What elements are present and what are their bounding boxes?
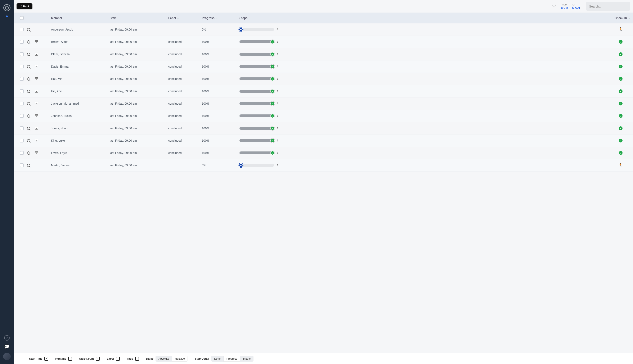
done-icon xyxy=(270,64,275,68)
search-icon[interactable] xyxy=(27,78,30,80)
search-icon[interactable] xyxy=(27,127,30,130)
table-row[interactable]: Johnson, Lucaslast Friday, 09:00 amconcl… xyxy=(14,110,633,122)
checkin-done-icon: ✓ xyxy=(619,65,622,68)
table-row[interactable]: Hall, Mialast Friday, 09:00 amconcluded1… xyxy=(14,73,633,85)
sort-icon[interactable]: ↑↓ xyxy=(249,17,251,19)
date-range[interactable]: FROM30 Jul TO30 Aug xyxy=(560,4,580,9)
runtime-checkbox[interactable] xyxy=(68,357,72,361)
sort-icon[interactable]: ↑↓ xyxy=(118,18,120,19)
progress-cell: 100% xyxy=(202,65,239,68)
back-button[interactable]: 〈Back xyxy=(17,3,33,10)
archive-icon[interactable] xyxy=(35,40,38,43)
row-checkbox[interactable] xyxy=(20,114,24,118)
start-cell: last Friday, 09:00 am xyxy=(110,28,168,31)
checkin-done-icon: ✓ xyxy=(619,114,622,118)
start-time-checkbox[interactable]: ✓ xyxy=(44,357,48,361)
search-icon[interactable] xyxy=(27,114,30,118)
table-row[interactable]: Jones, Noahlast Friday, 09:00 amconclude… xyxy=(14,122,633,134)
table-row[interactable]: Lewis, Laylalast Friday, 09:00 amconclud… xyxy=(14,147,633,159)
search-icon[interactable] xyxy=(27,102,30,105)
search-icon[interactable] xyxy=(27,164,30,167)
col-label[interactable]: Label xyxy=(168,16,176,20)
done-icon xyxy=(270,40,275,44)
table-header: Member↑↓ Start↑↓ Label↑↓ Progress↑↓ Step… xyxy=(14,12,633,24)
table-row[interactable]: King, Lukelast Friday, 09:00 amconcluded… xyxy=(14,134,633,147)
archive-icon[interactable] xyxy=(35,152,38,154)
col-steps[interactable]: Steps xyxy=(239,16,247,20)
step-count-checkbox[interactable]: ✓ xyxy=(96,357,100,361)
row-checkbox[interactable] xyxy=(20,164,24,167)
table-row[interactable]: Martin, Jameslast Friday, 09:00 am0%1🏃 xyxy=(14,159,633,172)
running-step-icon xyxy=(239,28,243,32)
step-detail-progress[interactable]: Progress xyxy=(224,356,240,362)
table-row[interactable]: Jackson, Muhammadlast Friday, 09:00 amco… xyxy=(14,98,633,110)
search-icon[interactable] xyxy=(27,65,30,68)
table-row[interactable]: Davis, Emmalast Friday, 09:00 amconclude… xyxy=(14,60,633,73)
help-icon[interactable]: ? xyxy=(4,335,10,340)
label-cell: concluded xyxy=(168,151,202,154)
col-progress[interactable]: Progress xyxy=(202,16,215,20)
search-icon[interactable] xyxy=(27,139,30,142)
step-bar xyxy=(239,114,274,117)
sort-icon[interactable]: ↑↓ xyxy=(177,18,179,19)
chat-icon[interactable]: 💬 xyxy=(4,344,10,349)
archive-icon[interactable] xyxy=(35,139,38,142)
step-count: 1 xyxy=(277,40,278,43)
step-detail-inputs[interactable]: Inputs xyxy=(240,356,254,362)
archive-icon[interactable] xyxy=(35,65,38,68)
checkin-done-icon: ✓ xyxy=(619,151,622,155)
archive-icon[interactable] xyxy=(35,127,38,130)
row-checkbox[interactable] xyxy=(20,77,24,81)
row-checkbox[interactable] xyxy=(20,28,24,32)
search-input[interactable] xyxy=(586,2,630,11)
table-row[interactable]: Anderson, Jacoblast Friday, 09:00 am0%1🏃 xyxy=(14,24,633,36)
label-cell: concluded xyxy=(168,90,202,93)
label-checkbox[interactable]: ✓ xyxy=(116,357,120,361)
table-row[interactable]: Clark, Isabellalast Friday, 09:00 amconc… xyxy=(14,48,633,60)
dates-absolute[interactable]: Absolute xyxy=(156,356,172,362)
app-logo[interactable] xyxy=(3,4,11,11)
progress-cell: 0% xyxy=(202,28,239,31)
step-bar xyxy=(239,40,274,43)
tags-checkbox[interactable] xyxy=(135,357,139,361)
row-checkbox[interactable] xyxy=(20,52,24,56)
col-start[interactable]: Start xyxy=(110,16,116,20)
row-checkbox[interactable] xyxy=(20,89,24,93)
select-all-checkbox[interactable] xyxy=(20,16,24,20)
dates-relative[interactable]: Relative xyxy=(172,356,188,362)
archive-icon[interactable] xyxy=(35,102,38,105)
step-bar xyxy=(239,53,274,56)
step-detail-label: Step-Detail xyxy=(195,357,209,360)
search-icon[interactable] xyxy=(27,53,30,56)
sort-icon[interactable]: ↑↓ xyxy=(216,18,218,19)
row-checkbox[interactable] xyxy=(20,151,24,155)
table-row[interactable]: Brown, Aidenlast Friday, 09:00 amconclud… xyxy=(14,36,633,48)
opt-runtime: Runtime xyxy=(55,357,66,360)
sort-icon[interactable]: ↑↓ xyxy=(64,18,66,19)
activity-icon[interactable]: 〰 xyxy=(552,4,556,8)
from-label: FROM xyxy=(560,4,568,6)
sort-icon[interactable]: ↑↓ xyxy=(628,18,630,19)
search-icon[interactable] xyxy=(27,40,30,44)
row-checkbox[interactable] xyxy=(20,126,24,130)
row-checkbox[interactable] xyxy=(20,139,24,142)
archive-icon[interactable] xyxy=(35,78,38,80)
user-avatar[interactable] xyxy=(3,353,11,360)
col-checkin[interactable]: Check-In xyxy=(614,16,627,20)
checkin-done-icon: ✓ xyxy=(619,89,622,93)
row-checkbox[interactable] xyxy=(20,40,24,44)
archive-icon[interactable] xyxy=(35,114,38,117)
step-count: 1 xyxy=(277,127,278,130)
row-checkbox[interactable] xyxy=(20,65,24,68)
checkin-done-icon: ✓ xyxy=(619,126,622,130)
col-member[interactable]: Member xyxy=(51,16,62,20)
table-row[interactable]: Hill, Zoelast Friday, 09:00 amconcluded1… xyxy=(14,85,633,98)
search-icon[interactable] xyxy=(27,90,30,93)
row-checkbox[interactable] xyxy=(20,102,24,106)
step-bar xyxy=(239,127,274,130)
search-icon[interactable] xyxy=(27,152,30,154)
step-detail-none[interactable]: None xyxy=(211,356,224,362)
archive-icon[interactable] xyxy=(35,53,38,56)
search-icon[interactable] xyxy=(27,28,30,31)
archive-icon[interactable] xyxy=(35,90,38,93)
